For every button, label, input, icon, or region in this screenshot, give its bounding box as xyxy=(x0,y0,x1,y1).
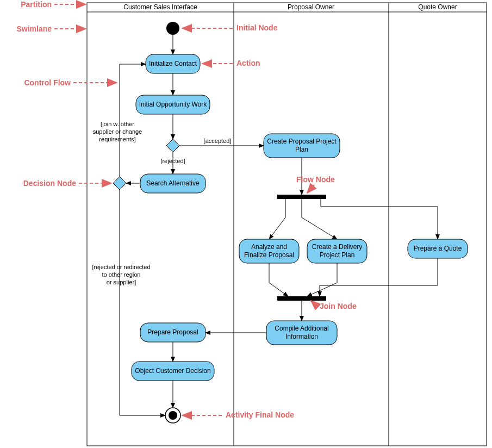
label-compile-1: Compile Additional xyxy=(275,325,328,332)
activity-final-node xyxy=(165,408,180,423)
annotation-flow-node: Flow Node xyxy=(296,175,335,184)
flow-quote-to-join xyxy=(320,258,438,296)
guard-join1: [join w. other xyxy=(101,121,134,127)
annotation-action: Action xyxy=(236,59,260,67)
lane-header-1: Customer Sales Interface xyxy=(123,3,197,11)
guard-join2: supplier or change xyxy=(93,128,142,135)
guard-join3: requirements] xyxy=(99,136,135,142)
decision-accept-reject xyxy=(166,139,179,152)
guard-redirect3: or supplier] xyxy=(107,279,136,285)
label-initialize-contact: Initialize Contact xyxy=(149,60,197,67)
decision-alternative xyxy=(113,177,126,190)
annotation-activity-final: Activity Final Node xyxy=(226,410,294,419)
label-prepare-proposal: Prepare Proposal xyxy=(147,328,198,336)
anno-arrow-join-node xyxy=(311,301,316,306)
annotation-swimlane: Swimlane xyxy=(16,24,52,33)
label-delivery-1: Create a Delivery xyxy=(312,243,363,251)
flow-analyze-to-join xyxy=(269,263,288,296)
annotation-partition: Partition xyxy=(21,0,52,9)
lane-header-2: Proposal Owner xyxy=(288,3,334,11)
annotation-initial-node: Initial Node xyxy=(236,23,278,32)
label-create-proposal-plan-2: Plan xyxy=(295,146,308,153)
annotation-decision-node: Decision Node xyxy=(23,179,76,188)
label-initial-opportunity: Initial Opportunity Work xyxy=(139,101,207,108)
label-compile-2: Information xyxy=(285,333,318,340)
guard-accepted: [accepted] xyxy=(204,138,232,144)
label-analyze-1: Analyze and xyxy=(251,243,287,251)
flow-fork-to-analyze xyxy=(269,199,285,239)
flow-to-final-left xyxy=(120,190,165,415)
label-delivery-2: Project Plan xyxy=(320,251,355,259)
flow-fork-to-quote xyxy=(321,199,438,239)
lane-header-3: Quote Owner xyxy=(418,3,457,11)
guard-redirect1: [rejected or redirected xyxy=(92,264,151,270)
initial-node xyxy=(166,22,179,35)
label-prepare-quote: Prepare a Quote xyxy=(414,245,462,252)
fork-node xyxy=(277,195,326,199)
label-search-alternative: Search Alternative xyxy=(146,179,200,187)
join-node xyxy=(277,296,326,301)
label-create-proposal-plan-1: Create Proposal Project xyxy=(267,138,337,145)
guard-redirect2: to other region xyxy=(102,271,141,278)
annotation-control-flow: Control Flow xyxy=(24,78,71,87)
flow-fork-to-delivery xyxy=(302,199,337,239)
guard-rejected: [rejected] xyxy=(160,158,185,164)
svg-point-7 xyxy=(169,411,177,420)
label-analyze-2: Finalize Proposal xyxy=(244,251,294,259)
anno-arrow-flow-node xyxy=(307,185,314,193)
annotation-join-node: Join Node xyxy=(320,302,357,310)
flow-delivery-to-join xyxy=(307,263,337,296)
label-object-customer: Object Customer Decision xyxy=(135,367,210,375)
